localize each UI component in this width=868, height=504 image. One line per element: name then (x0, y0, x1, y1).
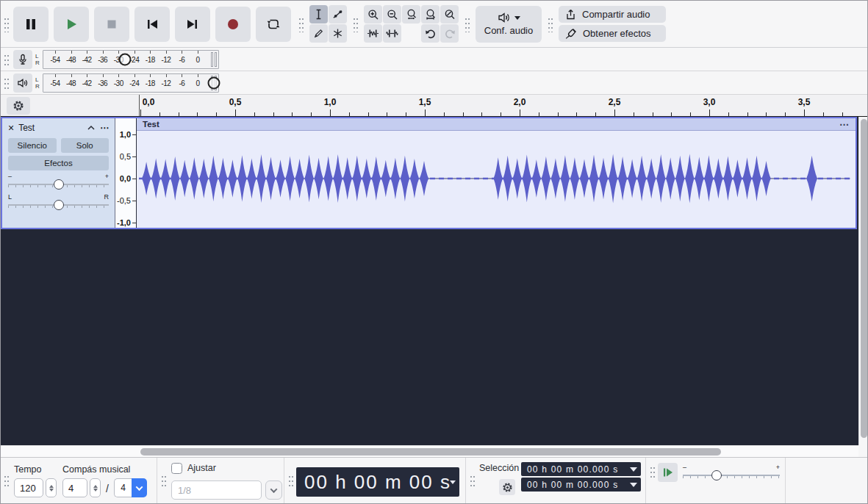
transport-toolbar-grip[interactable] (4, 16, 9, 32)
zoom-in-button[interactable] (364, 5, 382, 24)
timeline-minor-tick (823, 112, 824, 116)
timesig-numerator-stepper[interactable] (90, 478, 101, 497)
zoom-toggle-icon (444, 9, 456, 21)
selection-start-caret-icon[interactable] (630, 467, 637, 472)
meter-db-label: -6 (179, 79, 184, 87)
stop-button[interactable] (94, 7, 129, 42)
playback-meter-speaker-button[interactable] (13, 73, 32, 93)
meter-db-label: -48 (66, 56, 76, 64)
selection-end-field[interactable]: 00 h 00 m 00.000 s (521, 478, 641, 492)
selection-tool-button[interactable] (309, 5, 328, 24)
toolbar-divider (785, 458, 786, 504)
vertical-scrollbar[interactable] (858, 117, 868, 445)
audio-clip[interactable]: Test ⋯ (137, 118, 856, 228)
undo-icon (425, 28, 437, 40)
vertical-scale-ruler[interactable]: 1,00,50,0-0,5-1,0 (115, 118, 137, 228)
timeline-minor-tick (463, 112, 464, 116)
skip-to-end-button[interactable] (175, 7, 210, 42)
share-audio-button[interactable]: Compartir audio (559, 6, 666, 23)
meter-db-label: -36 (98, 79, 107, 87)
zoom-fit-button[interactable] (421, 5, 440, 24)
trim-outside-selection-button[interactable] (364, 24, 382, 43)
record-button[interactable] (215, 7, 251, 42)
snap-interval-dropdown[interactable] (265, 480, 282, 500)
track-menu-button[interactable]: ⋯ (100, 123, 109, 133)
track-collapse-icon[interactable] (87, 124, 96, 132)
silence-selection-button[interactable] (383, 24, 401, 43)
waveform-display[interactable] (137, 131, 856, 228)
track-close-button[interactable]: × (8, 122, 14, 134)
timesig-toolbar-grip[interactable] (4, 474, 9, 487)
recording-meter-mic-button[interactable] (13, 50, 32, 69)
vertical-ruler-label: 0,5 (120, 152, 131, 161)
pan-slider-thumb[interactable] (54, 200, 64, 210)
gear-icon (502, 482, 513, 493)
snap-checkbox[interactable] (171, 463, 182, 474)
time-display[interactable]: 00 h 00 m 00 s (296, 467, 459, 497)
tempo-stepper[interactable] (46, 478, 57, 497)
recording-meter[interactable]: -54-48-42-36-30-24-18-12-60 (43, 50, 219, 69)
horizontal-scrollbar-thumb[interactable] (140, 448, 721, 456)
tools-toolbar-grip[interactable] (298, 16, 304, 32)
selection-end-caret-icon[interactable] (630, 483, 637, 487)
waveform-svg (137, 131, 854, 226)
loop-button[interactable] (256, 7, 291, 42)
vertical-ruler-tick (132, 179, 136, 179)
clip-menu-button[interactable]: ⋯ (839, 119, 850, 130)
play-at-speed-grip[interactable] (650, 465, 655, 478)
audio-setup-button[interactable]: Conf. audio (476, 6, 542, 43)
meter-db-label: -36 (98, 56, 107, 64)
track-title[interactable]: Test (18, 123, 35, 133)
playback-meter-volume-thumb[interactable] (208, 76, 220, 89)
audio-setup-toolbar-grip[interactable] (465, 16, 470, 32)
redo-button[interactable] (440, 24, 459, 43)
recording-meter-volume-thumb[interactable] (118, 53, 131, 65)
edit-toolbar-spacer (402, 24, 420, 43)
timesig-numerator-input[interactable]: 4 (62, 478, 87, 497)
playback-meter-lr-labels: LR (35, 76, 43, 90)
pause-button[interactable] (13, 7, 49, 42)
timeline-ruler[interactable]: 0,00,51,01,52,02,53,03,5 (1, 95, 867, 116)
zoom-toggle-button[interactable] (440, 5, 459, 24)
meter-tick (71, 51, 72, 54)
get-effects-button[interactable]: Obtener efectos (559, 25, 666, 42)
playback-meter-grip[interactable] (4, 76, 9, 90)
time-toolbar-grip[interactable] (288, 474, 293, 487)
tempo-input[interactable]: 120 (14, 478, 43, 497)
skip-to-start-icon (145, 17, 159, 32)
zoom-to-selection-button[interactable] (402, 5, 420, 24)
share-toolbar-grip[interactable] (548, 16, 553, 32)
gain-slider-thumb[interactable] (54, 179, 64, 190)
time-format-caret-icon[interactable] (450, 480, 456, 484)
solo-button[interactable]: Solo (61, 138, 110, 153)
recording-meter-grip[interactable] (4, 53, 9, 66)
multi-tool-button[interactable] (329, 24, 347, 43)
zoom-out-button[interactable] (383, 5, 401, 24)
selection-start-field[interactable]: 00 h 00 m 00.000 s (521, 462, 641, 476)
track-area[interactable]: × Test ⋯ Silencio Solo Efectos – + (1, 117, 858, 445)
clip-header[interactable]: Test ⋯ (137, 118, 856, 131)
timesig-denominator-dropdown[interactable] (132, 478, 147, 497)
snap-interval-combo[interactable]: 1/8 (171, 480, 262, 500)
meter-tick (55, 74, 56, 77)
selection-options-button[interactable] (499, 479, 515, 495)
envelope-tool-button[interactable] (329, 5, 347, 24)
timeline-label: 2,0 (514, 97, 526, 107)
speed-slider-thumb[interactable] (711, 470, 722, 480)
playback-meter[interactable]: -54-48-42-36-30-24-18-12-60 (43, 73, 219, 93)
draw-tool-button[interactable] (309, 24, 328, 43)
timesig-denominator-select[interactable]: 4 (114, 478, 147, 497)
edit-toolbar-grip[interactable] (353, 16, 358, 32)
mute-button[interactable]: Silencio (8, 138, 57, 153)
snapping-toolbar-grip[interactable] (161, 474, 166, 487)
play-at-speed-button[interactable] (658, 463, 678, 482)
horizontal-scrollbar[interactable] (1, 445, 858, 457)
skip-to-start-button[interactable] (134, 7, 170, 42)
selection-toolbar-grip[interactable] (470, 474, 475, 487)
timeline-minor-tick (785, 112, 786, 116)
multi-tool-icon (332, 28, 343, 39)
effects-button[interactable]: Efectos (8, 156, 109, 170)
vertical-scrollbar-thumb[interactable] (861, 119, 867, 438)
undo-button[interactable] (421, 24, 440, 43)
play-button[interactable] (54, 7, 89, 42)
